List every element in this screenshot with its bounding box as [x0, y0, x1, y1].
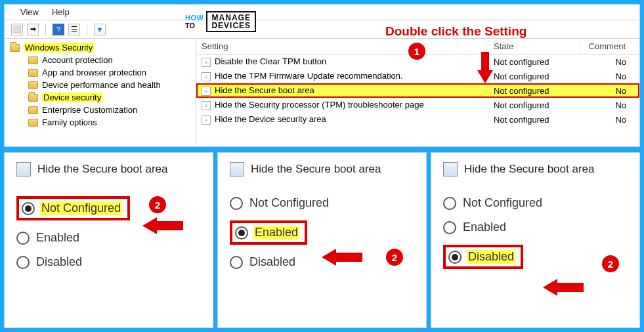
- policy-large-icon: [16, 162, 31, 176]
- radio-label: Not Configured: [40, 201, 122, 215]
- dialog-title-row: Hide the Secure boot area: [443, 162, 628, 176]
- radio-label: Disabled: [249, 255, 295, 269]
- folder-icon: [28, 69, 38, 77]
- dialog-card-notconfigured: Hide the Secure boot area Not Configured…: [4, 152, 213, 328]
- radio-disabled[interactable]: Disabled: [16, 255, 201, 269]
- annotation-arrow-left: [543, 279, 584, 296]
- separator: [87, 24, 87, 35]
- radio-icon: [16, 256, 30, 269]
- radio-enabled[interactable]: Enabled: [16, 231, 201, 245]
- cell: No: [580, 70, 639, 83]
- watermark-logo: HOW TO MANAGE DEVICES: [185, 11, 256, 32]
- logo-how: HOW: [185, 14, 204, 22]
- cell: No: [580, 85, 639, 97]
- radio-not-configured[interactable]: Not Configured: [16, 196, 201, 220]
- policy-icon: ≡: [202, 72, 211, 81]
- radio-label: Enabled: [253, 226, 299, 239]
- radio-icon: [230, 197, 243, 210]
- cell: Not configured: [488, 70, 580, 83]
- radio-icon: [16, 232, 30, 245]
- radio-icon: [22, 202, 35, 215]
- dialog-title: Hide the Secure boot area: [37, 163, 167, 176]
- radio-label: Disabled: [467, 250, 515, 264]
- filter-icon[interactable]: ▼: [94, 24, 106, 35]
- dialog-card-disabled: Hide the Secure boot area Not Configured…: [431, 152, 640, 328]
- list-icon[interactable]: ☰: [68, 24, 80, 35]
- cell: Not configured: [488, 114, 580, 126]
- folder-icon: [28, 106, 38, 114]
- list-row[interactable]: ≡Hide the Security processor (TPM) troub…: [196, 98, 639, 112]
- radio-not-configured[interactable]: Not Configured: [443, 196, 628, 210]
- toolbar: ⬜ ➡ ? ☰ ▼: [5, 20, 639, 39]
- cell: No: [580, 56, 639, 68]
- dialog-title-row: Hide the Secure boot area: [16, 162, 201, 176]
- tree-label: App and browser protection: [42, 68, 146, 77]
- radio-not-configured[interactable]: Not Configured: [230, 196, 414, 210]
- policy-large-icon: [443, 162, 458, 176]
- settings-list: Setting State Comment ≡Disable the Clear…: [196, 39, 639, 144]
- cell: Not configured: [488, 99, 580, 112]
- logo-to: TO: [185, 22, 204, 30]
- list-row[interactable]: ≡Hide the Device security area Not confi…: [196, 112, 639, 127]
- radio-icon: [230, 256, 243, 269]
- dialog-variants: Hide the Secure boot area Not Configured…: [4, 152, 640, 328]
- tree-label: Device security: [42, 93, 102, 102]
- radio-label: Not Configured: [463, 196, 542, 210]
- policy-icon: ≡: [202, 115, 211, 125]
- policy-icon: ≡: [202, 87, 211, 96]
- dialog-card-enabled: Hide the Secure boot area Not Configured…: [217, 152, 427, 328]
- radio-disabled[interactable]: Disabled: [443, 245, 628, 269]
- radio-label: Enabled: [36, 231, 79, 245]
- dialog-title-row: Hide the Secure boot area: [230, 162, 414, 176]
- cell: No: [580, 99, 639, 112]
- cell: Hide the Device security area: [215, 114, 326, 124]
- logo-line2: DEVICES: [211, 22, 251, 30]
- policy-icon: ≡: [202, 101, 211, 110]
- menu-view[interactable]: View: [20, 7, 39, 17]
- radio-label: Not Configured: [249, 196, 329, 210]
- radio-enabled[interactable]: Enabled: [230, 220, 414, 245]
- folder-icon: [28, 56, 38, 64]
- cell: Not configured: [488, 56, 580, 68]
- arrow-left-icon: [543, 279, 557, 296]
- tree-item[interactable]: Account protection: [5, 54, 196, 66]
- cell: Hide the Security processor (TPM) troubl…: [215, 100, 424, 110]
- tree-item[interactable]: Device performance and health: [5, 79, 196, 91]
- tree-item[interactable]: Enterprise Customization: [5, 104, 196, 116]
- radio-disabled[interactable]: Disabled: [230, 255, 414, 269]
- tree-label: Family options: [42, 117, 97, 127]
- header-comment[interactable]: Comment: [580, 39, 639, 54]
- folder-open-icon: [10, 44, 20, 52]
- list-row[interactable]: ≡Hide the TPM Firmware Update recommenda…: [196, 69, 639, 83]
- header-setting[interactable]: Setting: [196, 39, 488, 54]
- tree-label: Device performance and health: [42, 80, 161, 90]
- radio-enabled[interactable]: Enabled: [443, 220, 628, 234]
- help-icon[interactable]: ?: [53, 24, 64, 35]
- menu-help[interactable]: Help: [52, 7, 70, 17]
- forward-icon[interactable]: ➡: [27, 24, 39, 35]
- tree-label: Account protection: [42, 55, 113, 65]
- cell: Hide the Secure boot area: [215, 85, 314, 95]
- radio-label: Enabled: [463, 220, 506, 234]
- cell: No: [580, 114, 639, 126]
- cell: Hide the TPM Firmware Update recommendat…: [215, 71, 403, 81]
- list-row-highlighted[interactable]: ≡Hide the Secure boot area Not configure…: [196, 83, 639, 98]
- back-icon[interactable]: ⬜: [11, 24, 23, 35]
- list-header: Setting State Comment: [196, 39, 639, 54]
- policy-icon: ≡: [202, 58, 211, 67]
- cell: Disable the Clear TPM button: [215, 56, 326, 66]
- radio-label: Disabled: [36, 255, 82, 269]
- tree-root[interactable]: Windows Security: [5, 41, 196, 54]
- tree-item[interactable]: Family options: [5, 116, 196, 129]
- policy-large-icon: [230, 162, 244, 176]
- tree-item-selected[interactable]: Device security: [5, 91, 196, 104]
- cell: Not configured: [488, 85, 580, 97]
- tree-root-label: Windows Security: [24, 43, 94, 52]
- tree-item[interactable]: App and browser protection: [5, 66, 196, 79]
- tree-label: Enterprise Customization: [42, 105, 137, 115]
- header-state[interactable]: State: [488, 39, 580, 54]
- separator: [45, 24, 46, 35]
- radio-icon: [443, 221, 456, 234]
- list-row[interactable]: ≡Disable the Clear TPM button Not config…: [196, 54, 639, 69]
- radio-icon: [235, 226, 248, 239]
